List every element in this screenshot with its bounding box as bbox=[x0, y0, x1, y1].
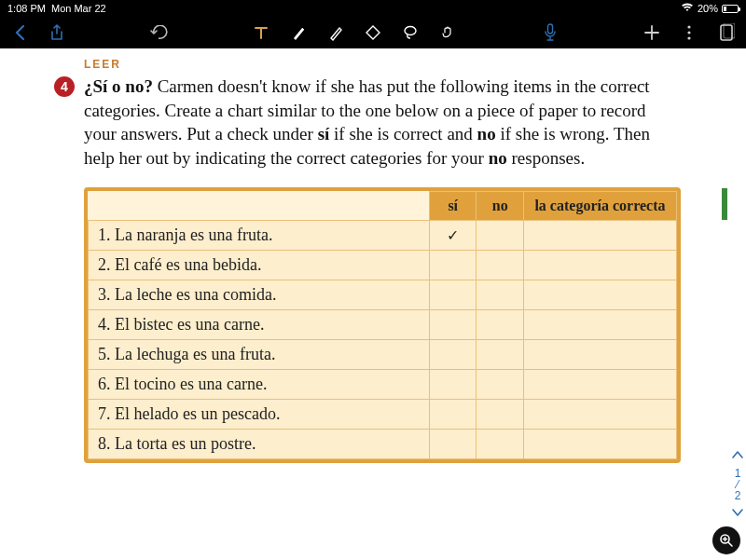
lasso-tool[interactable] bbox=[400, 22, 421, 43]
battery-icon bbox=[722, 5, 739, 13]
more-button[interactable] bbox=[679, 22, 699, 43]
category-cell bbox=[523, 280, 676, 309]
highlighter-tool[interactable] bbox=[325, 22, 346, 43]
svg-point-2 bbox=[687, 25, 690, 28]
table-header-no: no bbox=[477, 191, 523, 220]
pages-button[interactable] bbox=[716, 22, 737, 43]
battery-percent: 20% bbox=[698, 3, 718, 14]
eraser-tool[interactable] bbox=[363, 22, 383, 43]
no-cell bbox=[477, 399, 523, 429]
no-cell bbox=[477, 280, 523, 309]
si-cell bbox=[429, 309, 476, 339]
pen-tool[interactable] bbox=[288, 22, 309, 43]
question-text: ¿Sí o no? Carmen doesn't know if she has… bbox=[84, 75, 681, 171]
back-button[interactable] bbox=[9, 22, 30, 43]
section-label: LEER bbox=[84, 58, 681, 71]
document-viewport[interactable]: LEER 4 ¿Sí o no? Carmen doesn't know if … bbox=[0, 48, 746, 560]
statement-cell: 1. La naranja es una fruta. bbox=[89, 220, 430, 250]
svg-point-0 bbox=[405, 27, 416, 35]
category-cell bbox=[523, 220, 676, 250]
statement-cell: 8. La torta es un postre. bbox=[89, 429, 430, 458]
no-cell bbox=[477, 220, 523, 250]
statement-cell: 7. El helado es un pescado. bbox=[89, 399, 430, 429]
statement-cell: 3. La leche es una comida. bbox=[89, 280, 430, 309]
statement-cell: 5. La lechuga es una fruta. bbox=[89, 339, 430, 369]
table-row: 6. El tocino es una carne. bbox=[89, 369, 677, 399]
microphone-button[interactable] bbox=[540, 22, 560, 43]
no-cell bbox=[477, 309, 523, 339]
page-up-button[interactable] bbox=[731, 449, 744, 462]
no-cell bbox=[477, 339, 523, 369]
app-toolbar bbox=[0, 17, 746, 48]
si-cell: ✓ bbox=[429, 220, 476, 250]
table-header-category: la categoría correcta bbox=[523, 191, 676, 220]
no-cell bbox=[477, 429, 523, 458]
no-cell bbox=[477, 250, 523, 280]
statement-cell: 6. El tocino es una carne. bbox=[89, 369, 430, 399]
status-time: 1:08 PM bbox=[7, 3, 46, 14]
no-cell bbox=[477, 369, 523, 399]
share-button[interactable] bbox=[47, 22, 67, 43]
si-cell bbox=[429, 399, 476, 429]
si-cell bbox=[429, 280, 476, 309]
si-cell bbox=[429, 250, 476, 280]
table-row: 1. La naranja es una fruta.✓ bbox=[89, 220, 677, 250]
table-row: 7. El helado es un pescado. bbox=[89, 399, 677, 429]
undo-button[interactable] bbox=[149, 22, 170, 43]
svg-point-4 bbox=[687, 36, 690, 39]
zoom-button[interactable] bbox=[712, 526, 740, 554]
category-cell bbox=[523, 339, 676, 369]
si-cell bbox=[429, 339, 476, 369]
page-navigator: 1 ⁄ 2 bbox=[731, 449, 744, 520]
hand-tool[interactable] bbox=[437, 22, 458, 43]
statement-cell: 2. El café es una bebida. bbox=[89, 250, 430, 280]
category-cell bbox=[523, 399, 676, 429]
si-cell bbox=[429, 369, 476, 399]
table-row: 2. El café es una bebida. bbox=[89, 250, 677, 280]
si-cell bbox=[429, 429, 476, 458]
text-tool[interactable] bbox=[251, 22, 271, 43]
category-cell bbox=[523, 429, 676, 458]
table-row: 4. El bistec es una carne. bbox=[89, 309, 677, 339]
status-bar: 1:08 PM Mon Mar 22 20% bbox=[0, 0, 746, 17]
question-title: ¿Sí o no? bbox=[84, 76, 153, 96]
status-date: Mon Mar 22 bbox=[51, 3, 106, 14]
page-edge-marker bbox=[722, 188, 727, 220]
table-header-si: sí bbox=[429, 191, 476, 220]
document-content: LEER 4 ¿Sí o no? Carmen doesn't know if … bbox=[0, 48, 718, 560]
svg-point-3 bbox=[687, 31, 690, 34]
table-header-blank bbox=[89, 191, 430, 220]
category-cell bbox=[523, 250, 676, 280]
page-indicator: 1 ⁄ 2 bbox=[735, 468, 741, 501]
add-button[interactable] bbox=[642, 22, 662, 43]
svg-rect-1 bbox=[547, 24, 552, 34]
answer-table: sí no la categoría correcta 1. La naranj… bbox=[84, 187, 681, 463]
category-cell bbox=[523, 309, 676, 339]
table-row: 5. La lechuga es una fruta. bbox=[89, 339, 677, 369]
wifi-icon bbox=[681, 3, 694, 14]
page-down-button[interactable] bbox=[731, 507, 744, 520]
table-row: 8. La torta es un postre. bbox=[89, 429, 677, 458]
table-row: 3. La leche es una comida. bbox=[89, 280, 677, 309]
statement-cell: 4. El bistec es una carne. bbox=[89, 309, 430, 339]
drawing-tools bbox=[251, 22, 458, 43]
category-cell bbox=[523, 369, 676, 399]
question-number-badge: 4 bbox=[54, 76, 75, 97]
